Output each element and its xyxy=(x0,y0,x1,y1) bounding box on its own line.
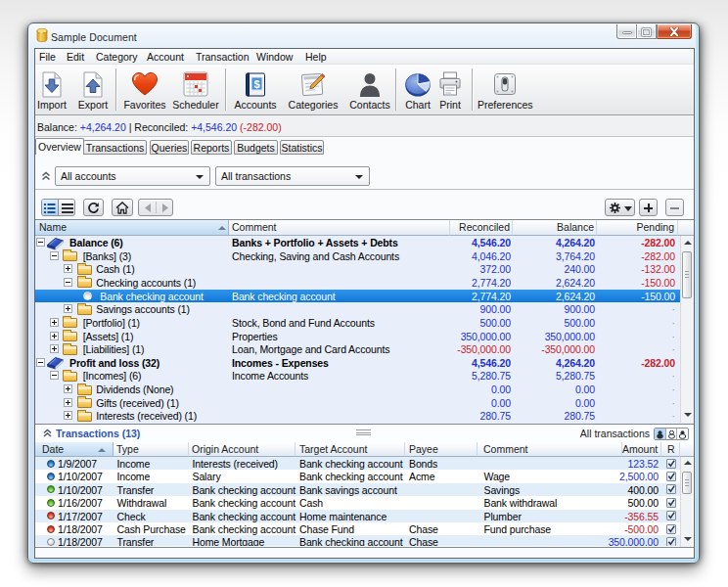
svg-text:$: $ xyxy=(253,78,259,90)
